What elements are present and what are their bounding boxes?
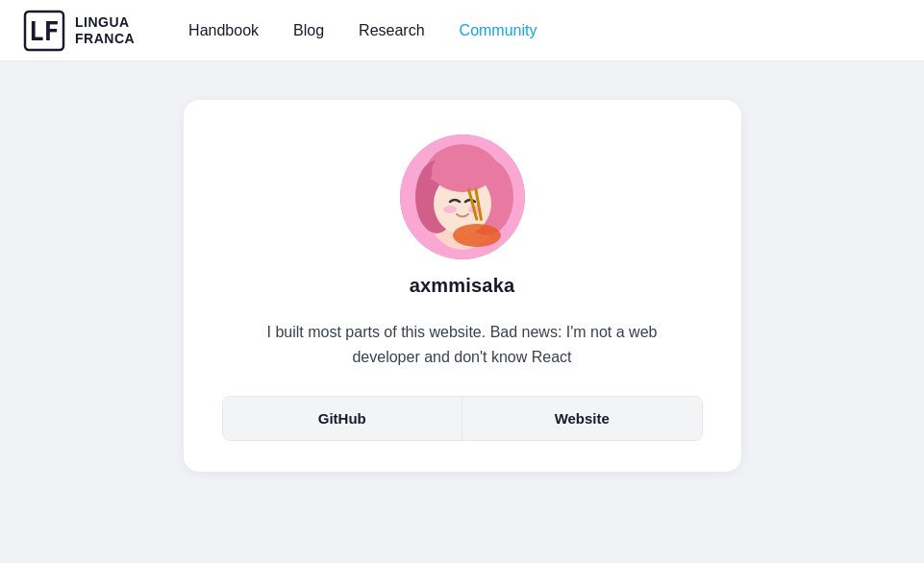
logo-icon: LF (23, 10, 65, 52)
logo-text: LINGUA FRANCA (75, 14, 135, 47)
username: axmmisaka (410, 275, 515, 297)
github-button[interactable]: GitHub (223, 397, 463, 440)
nav-blog[interactable]: Blog (293, 22, 324, 39)
action-buttons: GitHub Website (222, 396, 703, 441)
avatar (400, 135, 525, 259)
svg-point-14 (453, 224, 501, 247)
navbar: LF LINGUA FRANCA Handbook Blog Research … (0, 0, 924, 61)
avatar-image (400, 135, 525, 259)
bio-text: I built most parts of this website. Bad … (261, 320, 664, 369)
nav-handbook[interactable]: Handbook (188, 22, 259, 39)
profile-card: axmmisaka I built most parts of this web… (184, 100, 741, 472)
svg-point-10 (443, 206, 457, 213)
logo-link[interactable]: LF LINGUA FRANCA (23, 10, 135, 52)
svg-text:LF: LF (29, 17, 59, 46)
nav-research[interactable]: Research (359, 22, 424, 39)
nav-community[interactable]: Community (460, 22, 537, 39)
nav-links: Handbook Blog Research Community (188, 22, 537, 39)
main-content: axmmisaka I built most parts of this web… (0, 61, 924, 563)
website-button[interactable]: Website (462, 397, 702, 440)
